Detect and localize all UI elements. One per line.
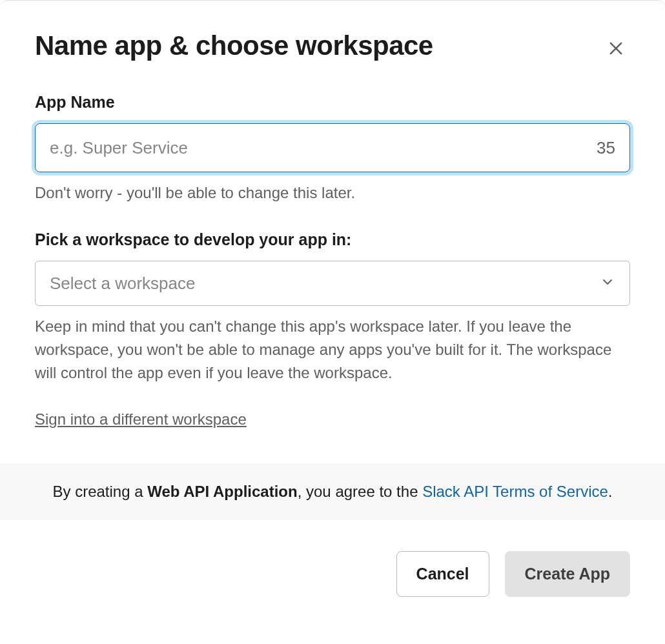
workspace-select[interactable]: Select a workspace xyxy=(35,261,630,306)
workspace-label: Pick a workspace to develop your app in: xyxy=(35,230,630,249)
app-name-input-wrapper: 35 xyxy=(35,123,630,172)
char-count: 35 xyxy=(597,138,615,158)
workspace-group: Pick a workspace to develop your app in:… xyxy=(35,230,630,428)
terms-suffix: . xyxy=(608,483,613,500)
workspace-help: Keep in mind that you can't change this … xyxy=(35,315,630,385)
workspace-select-placeholder: Select a workspace xyxy=(50,274,600,294)
app-name-help: Don't worry - you'll be able to change t… xyxy=(35,181,630,205)
close-button[interactable] xyxy=(602,34,630,65)
modal-header: Name app & choose workspace xyxy=(0,1,665,65)
terms-prefix: By creating a xyxy=(52,483,147,500)
app-name-input[interactable] xyxy=(50,138,589,158)
close-icon xyxy=(607,39,625,59)
create-app-modal: Name app & choose workspace App Name 35 … xyxy=(0,0,665,620)
terms-middle: , you agree to the xyxy=(298,483,422,500)
modal-body: App Name 35 Don't worry - you'll be able… xyxy=(0,65,665,428)
terms-link[interactable]: Slack API Terms of Service xyxy=(422,483,608,500)
create-app-button[interactable]: Create App xyxy=(505,551,630,597)
cancel-button[interactable]: Cancel xyxy=(396,551,489,597)
signin-different-workspace-link[interactable]: Sign into a different workspace xyxy=(35,410,247,428)
signin-link-row: Sign into a different workspace xyxy=(35,410,630,428)
app-name-group: App Name 35 Don't worry - you'll be able… xyxy=(35,93,630,205)
modal-title: Name app & choose workspace xyxy=(35,30,433,61)
terms-bold: Web API Application xyxy=(147,483,297,500)
terms-bar: By creating a Web API Application, you a… xyxy=(0,463,665,520)
chevron-down-icon xyxy=(600,274,615,292)
modal-footer: Cancel Create App xyxy=(0,520,665,620)
app-name-label: App Name xyxy=(35,93,630,112)
